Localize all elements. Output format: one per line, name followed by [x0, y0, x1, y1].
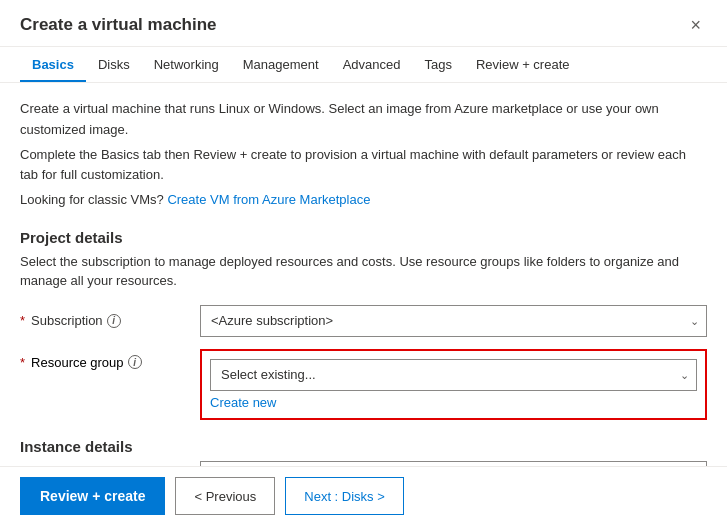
- vm-name-input[interactable]: [200, 461, 707, 466]
- subscription-row: * Subscription i <Azure subscription> ⌄: [20, 305, 707, 337]
- instance-details-title: Instance details: [20, 438, 707, 455]
- subscription-select[interactable]: <Azure subscription>: [200, 305, 707, 337]
- dialog-footer: Review + create < Previous Next : Disks …: [0, 466, 727, 525]
- resource-group-right-col: Select existing... ⌄ Create new: [200, 349, 707, 420]
- dialog-title: Create a virtual machine: [20, 15, 217, 35]
- resource-group-label-col: * Resource group i: [20, 349, 200, 370]
- create-new-resource-group-link[interactable]: Create new: [210, 395, 697, 410]
- resource-group-select[interactable]: Select existing...: [210, 359, 697, 391]
- subscription-info-icon[interactable]: i: [107, 314, 121, 328]
- subscription-control: <Azure subscription> ⌄: [200, 305, 707, 337]
- resource-group-box: Select existing... ⌄ Create new: [200, 349, 707, 420]
- tab-advanced[interactable]: Advanced: [331, 47, 413, 82]
- previous-button[interactable]: < Previous: [175, 477, 275, 515]
- tab-tags[interactable]: Tags: [412, 47, 463, 82]
- create-vm-marketplace-link[interactable]: Create VM from Azure Marketplace: [167, 192, 370, 207]
- tabs-bar: Basics Disks Networking Management Advan…: [0, 47, 727, 83]
- tab-management[interactable]: Management: [231, 47, 331, 82]
- resource-group-info-icon[interactable]: i: [128, 355, 142, 369]
- project-details-title: Project details: [20, 229, 707, 246]
- project-details-desc: Select the subscription to manage deploy…: [20, 252, 707, 291]
- tab-networking[interactable]: Networking: [142, 47, 231, 82]
- description-line1: Create a virtual machine that runs Linux…: [20, 99, 707, 141]
- resource-group-select-wrapper: Select existing... ⌄: [210, 359, 697, 391]
- vm-name-control: [200, 461, 707, 466]
- tab-basics[interactable]: Basics: [20, 47, 86, 82]
- next-button[interactable]: Next : Disks >: [285, 477, 404, 515]
- review-create-button[interactable]: Review + create: [20, 477, 165, 515]
- create-vm-dialog: Create a virtual machine × Basics Disks …: [0, 0, 727, 525]
- resource-group-required-star: *: [20, 355, 25, 370]
- tab-disks[interactable]: Disks: [86, 47, 142, 82]
- classic-vms-prompt: Looking for classic VMs? Create VM from …: [20, 190, 707, 211]
- dialog-body: Create a virtual machine that runs Linux…: [0, 83, 727, 466]
- subscription-label: * Subscription i: [20, 313, 200, 328]
- close-button[interactable]: ×: [684, 14, 707, 36]
- resource-group-row: * Resource group i Select existing... ⌄ …: [20, 349, 707, 420]
- tab-review-create[interactable]: Review + create: [464, 47, 582, 82]
- description-line2: Complete the Basics tab then Review + cr…: [20, 145, 707, 187]
- dialog-header: Create a virtual machine ×: [0, 0, 727, 47]
- subscription-required-star: *: [20, 313, 25, 328]
